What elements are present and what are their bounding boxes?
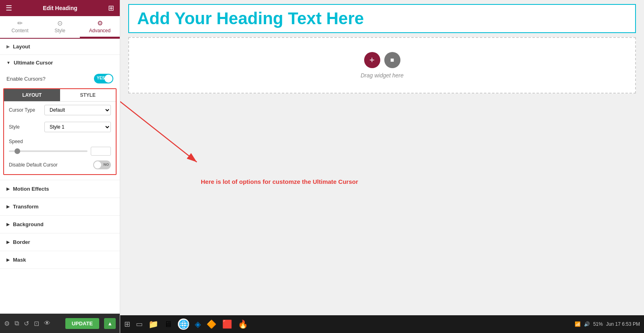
ultimate-cursor-label: Ultimate Cursor [14,60,53,66]
advanced-icon: ⚙ [97,19,103,27]
section-transform[interactable]: ▶ Transform [0,198,120,216]
ultimate-cursor-chevron: ▼ [6,60,10,65]
motion-effects-chevron: ▶ [6,187,10,191]
ls-tab-layout[interactable]: LAYOUT [4,89,60,101]
border-chevron: ▶ [6,240,10,244]
sidebar-tabs: ✏ Content ⊙ Style ⚙ Advanced [0,16,120,39]
taskbar-wifi-icon: 📶 [575,321,581,327]
section-background[interactable]: ▶ Background [0,216,120,233]
style-icon: ⊙ [57,19,63,27]
speed-label: Speed [9,139,111,144]
heading-area: Add Your Heading Text Here [128,4,636,33]
drag-widget-text: Drag widget here [361,72,404,79]
speed-value-input[interactable]: 0.075 [91,147,111,156]
style-label: Style [9,124,41,130]
taskbar-grid-icon[interactable]: ⊞ [124,320,130,329]
enable-cursors-label: Enable Cursors? [6,76,46,82]
update-button[interactable]: UPDATE [65,318,99,329]
cursor-options-box: LAYOUT STYLE Cursor Type Default Custom … [3,88,117,175]
speed-controls: 0.075 [9,147,111,156]
ls-tab-style[interactable]: STYLE [60,89,116,101]
section-ultimate-cursor: ▼ Ultimate Cursor Enable Cursors? YES [0,55,120,180]
taskbar-app2-icon[interactable]: 🟥 [222,319,232,329]
sidebar-content: ▶ Layout ▼ Ultimate Cursor Enable Cursor… [0,39,120,314]
history-bottom-icon[interactable]: ↺ [24,320,29,327]
tab-content-label: Content [11,28,28,33]
enable-cursors-toggle[interactable]: YES [94,74,113,83]
hide-bottom-icon[interactable]: 👁 [44,320,50,327]
taskbar-battery: 51% [593,321,603,327]
widget-type-button[interactable]: ■ [384,52,400,68]
style-select[interactable]: Style 1 Style 2 Style 3 [44,122,111,132]
heading-text: Add Your Heading Text Here [129,5,635,32]
section-mask[interactable]: ▶ Mask [0,251,120,269]
taskbar-chrome-icon[interactable]: 🌐 [178,318,189,330]
section-motion-effects[interactable]: ▶ Motion Effects [0,180,120,198]
section-layout[interactable]: ▶ Layout [0,39,120,55]
add-widget-button[interactable]: + [364,52,380,68]
tab-advanced[interactable]: ⚙ Advanced [80,16,120,38]
disable-cursor-toggle[interactable]: NO [93,160,111,169]
tab-style-label: Style [54,28,65,33]
annotation-text: Here is lot of options for customze the … [201,178,358,185]
taskbar-right: 📶 🔊 51% Jun 17 6:53 PM [575,321,640,327]
widget-buttons: + ■ [364,52,400,68]
settings-bottom-icon[interactable]: ⚙ [4,320,10,327]
tab-advanced-label: Advanced [89,28,110,33]
disable-cursor-row: Disable Default Cursor NO [4,157,116,174]
style-row: Style Style 1 Style 2 Style 3 [4,119,116,135]
sidebar-bottom-toolbar: ⚙ ⧉ ↺ ⊡ 👁 UPDATE ▲ [0,314,120,333]
border-label: Border [13,239,30,245]
taskbar-datetime: Jun 17 6:53 PM [606,321,640,327]
taskbar-terminal-icon[interactable]: 🖥 [164,320,172,329]
transform-label: Transform [13,204,39,210]
cursor-type-row: Cursor Type Default Custom Text None [4,102,116,119]
tab-style[interactable]: ⊙ Style [40,16,80,38]
taskbar-app3-icon[interactable]: 🔥 [238,319,248,329]
sidebar: ☰ Edit Heading ⊞ ✏ Content ⊙ Style ⚙ Adv… [0,0,120,333]
main-content-wrapper: Add Your Heading Text Here + ■ Drag widg… [120,0,644,333]
svg-line-1 [120,102,197,162]
section-layout-label: Layout [13,44,30,50]
taskbar-app1-icon[interactable]: 🔶 [206,319,217,329]
disable-cursor-label: Disable Default Cursor [9,162,58,168]
grid-icon[interactable]: ⊞ [108,4,114,12]
transform-chevron: ▶ [6,204,10,209]
layout-chevron: ▶ [6,44,10,49]
taskbar-window-icon[interactable]: ▭ [136,320,143,329]
background-chevron: ▶ [6,222,10,227]
background-label: Background [13,221,44,227]
speed-row: Speed 0.075 [4,135,116,157]
section-border[interactable]: ▶ Border [0,233,120,251]
toggle-yes-label: YES [97,76,105,80]
speed-slider[interactable] [9,150,88,152]
enable-cursors-row: Enable Cursors? YES [0,71,120,88]
arrow-svg [120,98,644,315]
sidebar-title: Edit Heading [43,5,77,11]
main-content: Add Your Heading Text Here + ■ Drag widg… [120,0,644,315]
ultimate-cursor-header[interactable]: ▼ Ultimate Cursor [0,55,120,71]
layout-style-tabs: LAYOUT STYLE [4,89,116,102]
cursor-type-label: Cursor Type [9,107,41,113]
taskbar-volume-icon: 🔊 [584,321,590,327]
menu-icon[interactable]: ☰ [6,4,12,12]
cursor-type-select[interactable]: Default Custom Text None [44,105,111,115]
content-icon: ✏ [17,19,23,27]
taskbar-files-icon[interactable]: 📁 [148,319,158,329]
tab-content[interactable]: ✏ Content [0,16,40,38]
widget-area[interactable]: + ■ Drag widget here [128,37,636,94]
taskbar: ⊞ ▭ 📁 🖥 🌐 ◈ 🔶 🟥 🔥 📶 🔊 51% Jun 17 6:53 PM [120,315,644,333]
responsive-bottom-icon[interactable]: ⊡ [34,320,39,327]
annotation-container: Here is lot of options for customze the … [120,98,644,315]
taskbar-vscode-icon[interactable]: ◈ [195,319,201,329]
toggle-no-label: NO [104,162,109,166]
mask-label: Mask [13,257,26,263]
mask-chevron: ▶ [6,258,10,262]
layers-bottom-icon[interactable]: ⧉ [15,320,19,327]
sidebar-header: ☰ Edit Heading ⊞ [0,0,120,16]
update-arrow-button[interactable]: ▲ [104,318,116,329]
motion-effects-label: Motion Effects [13,186,49,192]
